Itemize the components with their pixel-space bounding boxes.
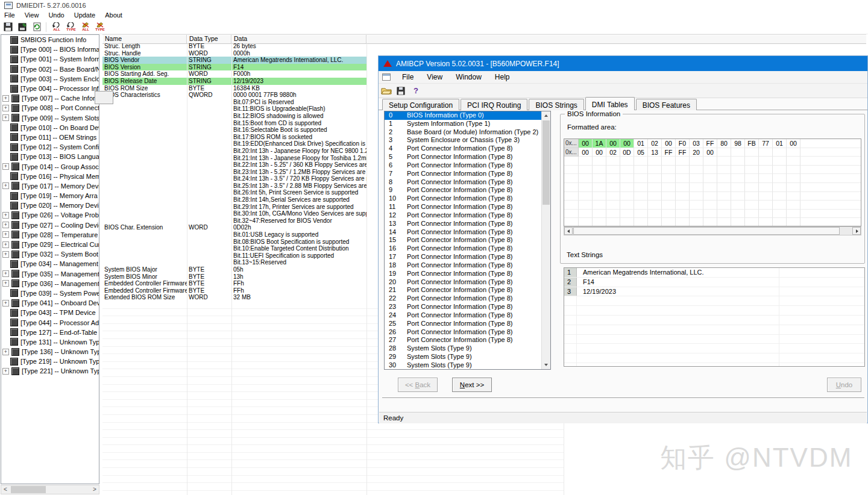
hex-cell[interactable]: FF (703, 139, 717, 148)
hex-cell[interactable]: 80 (717, 139, 731, 148)
tree-item[interactable]: +[Type 026] -- Voltage Prob (1, 210, 99, 220)
table-row[interactable]: Bit.25:Int 13h - 3.5" / 2.88 MB Floppy S… (102, 182, 366, 190)
table-row[interactable]: Bit.16:Selectable Boot is supported (102, 126, 366, 134)
dmi-table-row[interactable]: 5Port Connector Information (Type 8) (385, 153, 542, 161)
table-row[interactable]: Bit.20:Int 13h - Japanese Floopy for NEC… (102, 148, 366, 155)
table-row[interactable]: Bit.11:UEFI Specification is supported (102, 252, 366, 260)
hex-cell[interactable] (690, 157, 703, 166)
update-all-icon[interactable]: ALL (79, 21, 92, 33)
text-string-row[interactable]: 1American Megatrends International, LLC. (564, 268, 864, 278)
table-row[interactable]: Bit.12:BIOS shadowing is allowed (102, 113, 366, 120)
dmi-table-row[interactable]: 26Port Connector Information (Type 8) (385, 328, 542, 337)
hex-cell[interactable] (759, 210, 773, 219)
hex-cell[interactable] (662, 166, 676, 175)
hex-cell[interactable] (662, 183, 676, 192)
hex-cell[interactable] (717, 157, 731, 166)
hex-cell[interactable] (745, 166, 759, 175)
amibcp-titlebar[interactable]: AMIBCP Version 5.02.0031 - [B560MPOWER.F… (379, 56, 867, 71)
hex-cell[interactable] (787, 183, 800, 192)
dmi-table-row[interactable]: 25Port Connector Information (Type 8) (385, 320, 542, 328)
expand-plus-icon[interactable]: + (2, 114, 9, 121)
hex-cell[interactable] (690, 218, 703, 226)
hex-cell[interactable] (620, 218, 634, 226)
dmi-table-row[interactable]: 4Port Connector Information (Type 8) (385, 145, 542, 153)
table-row[interactable]: Bit.13~15:Reserved (102, 259, 366, 266)
table-row[interactable]: Bit.30:Int 10h, CGA/Mono Video Services … (102, 210, 366, 217)
tree-item[interactable]: +[Type 028] -- Temperature (1, 230, 99, 240)
hex-cell[interactable] (606, 157, 620, 166)
save-icon[interactable] (394, 85, 407, 97)
hex-cell[interactable] (703, 210, 717, 219)
table-row[interactable]: BIOS ROM SizeBYTE16384 KB (102, 85, 366, 92)
hex-cell[interactable] (593, 174, 606, 183)
table-row[interactable]: Bit.15:Boot from CD is supported (102, 120, 366, 127)
table-row[interactable]: Bit.07:PCI is Reserved (102, 99, 366, 106)
mdi-document-icon[interactable] (382, 73, 391, 81)
text-string-row[interactable]: 312/19/2023 (564, 287, 864, 297)
tree-item[interactable]: [Type 016] -- Physical Mem (1, 172, 99, 181)
hex-cell[interactable]: 98 (731, 139, 745, 148)
refresh-icon[interactable] (30, 21, 43, 33)
hex-cell[interactable] (787, 210, 800, 219)
dmi-table-row[interactable]: 10Port Connector Information (Type 8) (385, 195, 542, 203)
hex-cell[interactable]: F0 (676, 139, 690, 148)
hex-cell[interactable]: 05 (634, 148, 648, 157)
hex-cell[interactable] (731, 210, 745, 219)
hex-cell[interactable] (620, 201, 634, 210)
scroll-left-icon[interactable] (564, 227, 573, 235)
hex-cell[interactable] (759, 157, 773, 166)
scrollbar-thumb[interactable] (11, 486, 46, 493)
hex-cell[interactable] (759, 166, 773, 175)
hex-cell[interactable] (703, 183, 717, 192)
hex-cell[interactable] (773, 157, 787, 166)
hex-cell[interactable] (579, 210, 593, 219)
table-row[interactable]: Bit.22:Int 13h - 5.25" / 360 KB Floppy S… (102, 161, 366, 169)
tree-item[interactable]: +[Type 036] -- Management (1, 279, 99, 288)
table-row[interactable]: Bit.08:BIOS Boot Specification is suppor… (102, 238, 366, 246)
hex-cell[interactable] (662, 157, 676, 166)
hex-cell[interactable] (593, 210, 606, 219)
hex-cell[interactable]: 00 (579, 148, 593, 157)
tree-item[interactable]: [Type 020] -- Memory Devi (1, 201, 99, 210)
hex-cell[interactable] (703, 174, 717, 183)
tree-item[interactable]: [Type 044] -- Processor Ad (1, 317, 99, 327)
dmi-table-row[interactable]: 22Port Connector Information (Type 8) (385, 294, 542, 303)
table-row[interactable]: Bit.01:USB Legacy is supported (102, 231, 366, 238)
text-string-row[interactable]: 2F14 (564, 278, 864, 287)
hex-cell[interactable] (634, 218, 648, 226)
hex-cell[interactable] (648, 201, 662, 210)
hex-cell[interactable] (745, 148, 759, 157)
table-row[interactable]: BIOS CharacteristicsQWORD0000 0001 77FB … (102, 92, 366, 99)
table-row[interactable]: Embedded Controller Firmware Maj...BYTEF… (102, 280, 366, 287)
tree-item[interactable]: [Type 000] -- BIOS Informa (1, 45, 99, 54)
table-row[interactable]: Bit.29:Int 17h, Printer Services are sup… (102, 204, 366, 211)
hex-cell[interactable] (593, 201, 606, 210)
hex-cell[interactable] (634, 201, 648, 210)
dmi-table-row[interactable]: 21Port Connector Information (Type 8) (385, 286, 542, 294)
back-button[interactable]: << Back (398, 378, 438, 392)
hex-cell[interactable] (745, 174, 759, 183)
tree-item[interactable]: [Type 011] -- OEM Strings (1, 132, 99, 142)
hex-cell[interactable] (759, 201, 773, 210)
tree-item[interactable]: +[Type 017] -- Memory Devi (1, 181, 99, 191)
hex-cell[interactable] (620, 183, 634, 192)
hex-cell[interactable] (717, 210, 731, 219)
table-row[interactable]: System BIOS MinorBYTE13h (102, 273, 366, 281)
hex-cell[interactable] (593, 157, 606, 166)
expand-plus-icon[interactable]: + (2, 300, 9, 307)
hex-cell[interactable]: 0D (620, 148, 634, 157)
hex-cell[interactable] (773, 192, 787, 201)
tree-item[interactable]: +[Type 014] -- Group Associ (1, 161, 99, 171)
table-row[interactable]: Extended BIOS ROM SizeWORD32 MB (102, 294, 366, 301)
scroll-right-icon[interactable] (852, 227, 861, 235)
hex-cell[interactable] (676, 210, 690, 219)
hex-cell[interactable] (759, 218, 773, 226)
dmi-table-row[interactable]: 28System Slots (Type 9) (385, 344, 542, 353)
hex-cell[interactable] (662, 174, 676, 183)
hex-cell[interactable] (717, 183, 731, 192)
hex-cell[interactable] (745, 218, 759, 226)
hex-cell[interactable] (690, 192, 703, 201)
undo-all-icon[interactable]: ALL (50, 21, 63, 33)
hex-cell[interactable] (787, 218, 800, 226)
tree-item[interactable]: +[Type 041] -- Onboard Dev (1, 298, 99, 308)
